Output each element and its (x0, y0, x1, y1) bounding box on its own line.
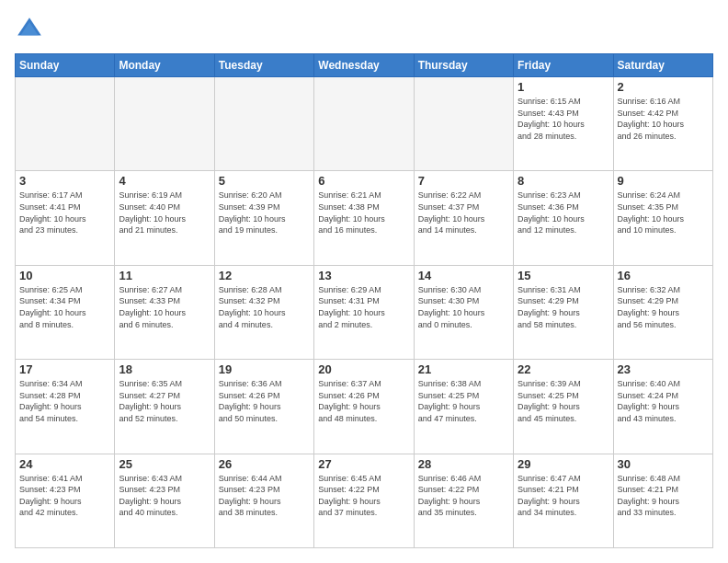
day-number: 18 (119, 362, 210, 376)
day-number: 3 (19, 174, 110, 188)
day-info: Sunrise: 6:22 AM Sunset: 4:37 PM Dayligh… (418, 190, 509, 236)
day-info: Sunrise: 6:46 AM Sunset: 4:22 PM Dayligh… (418, 473, 509, 519)
day-info: Sunrise: 6:45 AM Sunset: 4:22 PM Dayligh… (318, 473, 409, 519)
weekday-header-row: SundayMondayTuesdayWednesdayThursdayFrid… (16, 54, 713, 77)
day-number: 20 (318, 362, 409, 376)
weekday-header-tuesday: Tuesday (214, 54, 313, 77)
day-number: 24 (19, 457, 110, 471)
day-number: 27 (318, 457, 409, 471)
day-info: Sunrise: 6:36 AM Sunset: 4:26 PM Dayligh… (219, 378, 310, 424)
calendar-cell: 22Sunrise: 6:39 AM Sunset: 4:25 PM Dayli… (514, 360, 613, 454)
day-number: 14 (418, 269, 509, 282)
day-number: 22 (518, 362, 609, 376)
calendar-cell: 2Sunrise: 6:16 AM Sunset: 4:42 PM Daylig… (613, 77, 712, 171)
day-info: Sunrise: 6:44 AM Sunset: 4:23 PM Dayligh… (219, 473, 310, 519)
calendar-cell: 8Sunrise: 6:23 AM Sunset: 4:36 PM Daylig… (514, 171, 613, 265)
day-info: Sunrise: 6:35 AM Sunset: 4:27 PM Dayligh… (119, 378, 210, 424)
day-info: Sunrise: 6:31 AM Sunset: 4:29 PM Dayligh… (518, 284, 609, 330)
calendar-cell: 15Sunrise: 6:31 AM Sunset: 4:29 PM Dayli… (514, 265, 613, 359)
day-number: 13 (318, 269, 409, 282)
day-number: 16 (618, 269, 709, 282)
calendar-cell: 7Sunrise: 6:22 AM Sunset: 4:37 PM Daylig… (414, 171, 513, 265)
day-info: Sunrise: 6:39 AM Sunset: 4:25 PM Dayligh… (518, 378, 609, 424)
day-info: Sunrise: 6:30 AM Sunset: 4:30 PM Dayligh… (418, 284, 509, 330)
calendar-cell: 30Sunrise: 6:48 AM Sunset: 4:21 PM Dayli… (613, 454, 712, 547)
day-info: Sunrise: 6:32 AM Sunset: 4:29 PM Dayligh… (618, 284, 709, 330)
calendar-cell: 14Sunrise: 6:30 AM Sunset: 4:30 PM Dayli… (414, 265, 513, 359)
day-info: Sunrise: 6:41 AM Sunset: 4:23 PM Dayligh… (19, 473, 110, 519)
calendar-cell: 28Sunrise: 6:46 AM Sunset: 4:22 PM Dayli… (414, 454, 513, 547)
day-info: Sunrise: 6:24 AM Sunset: 4:35 PM Dayligh… (618, 190, 709, 236)
day-number: 25 (119, 457, 210, 471)
calendar-cell (414, 77, 513, 171)
calendar-cell: 10Sunrise: 6:25 AM Sunset: 4:34 PM Dayli… (16, 265, 115, 359)
day-number: 1 (518, 80, 609, 94)
calendar-cell: 23Sunrise: 6:40 AM Sunset: 4:24 PM Dayli… (613, 360, 712, 454)
calendar-cell: 13Sunrise: 6:29 AM Sunset: 4:31 PM Dayli… (314, 265, 414, 359)
calendar-week-5: 24Sunrise: 6:41 AM Sunset: 4:23 PM Dayli… (16, 454, 713, 547)
day-number: 4 (119, 174, 210, 188)
day-number: 12 (219, 269, 310, 282)
calendar-cell: 11Sunrise: 6:27 AM Sunset: 4:33 PM Dayli… (115, 265, 214, 359)
day-number: 28 (418, 457, 509, 471)
calendar-cell (115, 77, 214, 171)
calendar-week-3: 10Sunrise: 6:25 AM Sunset: 4:34 PM Dayli… (16, 265, 713, 359)
weekday-header-friday: Friday (514, 54, 613, 77)
page: SundayMondayTuesdayWednesdayThursdayFrid… (0, 0, 728, 563)
calendar-cell: 19Sunrise: 6:36 AM Sunset: 4:26 PM Dayli… (214, 360, 313, 454)
day-info: Sunrise: 6:19 AM Sunset: 4:40 PM Dayligh… (119, 190, 210, 236)
calendar-cell (314, 77, 414, 171)
calendar-cell (214, 77, 313, 171)
day-info: Sunrise: 6:16 AM Sunset: 4:42 PM Dayligh… (618, 96, 709, 142)
day-number: 21 (418, 362, 509, 376)
day-info: Sunrise: 6:38 AM Sunset: 4:25 PM Dayligh… (418, 378, 509, 424)
day-number: 19 (219, 362, 310, 376)
day-number: 9 (618, 174, 709, 188)
calendar-cell: 20Sunrise: 6:37 AM Sunset: 4:26 PM Dayli… (314, 360, 414, 454)
calendar-cell: 5Sunrise: 6:20 AM Sunset: 4:39 PM Daylig… (214, 171, 313, 265)
calendar-cell: 17Sunrise: 6:34 AM Sunset: 4:28 PM Dayli… (16, 360, 115, 454)
calendar-cell: 16Sunrise: 6:32 AM Sunset: 4:29 PM Dayli… (613, 265, 712, 359)
weekday-header-sunday: Sunday (16, 54, 115, 77)
header (15, 15, 713, 44)
day-number: 2 (618, 80, 709, 94)
day-info: Sunrise: 6:47 AM Sunset: 4:21 PM Dayligh… (518, 473, 609, 519)
day-info: Sunrise: 6:40 AM Sunset: 4:24 PM Dayligh… (618, 378, 709, 424)
day-info: Sunrise: 6:17 AM Sunset: 4:41 PM Dayligh… (19, 190, 110, 236)
calendar-week-4: 17Sunrise: 6:34 AM Sunset: 4:28 PM Dayli… (16, 360, 713, 454)
day-info: Sunrise: 6:34 AM Sunset: 4:28 PM Dayligh… (19, 378, 110, 424)
weekday-header-saturday: Saturday (613, 54, 712, 77)
calendar-cell: 4Sunrise: 6:19 AM Sunset: 4:40 PM Daylig… (115, 171, 214, 265)
day-number: 5 (219, 174, 310, 188)
weekday-header-thursday: Thursday (414, 54, 513, 77)
calendar-cell: 3Sunrise: 6:17 AM Sunset: 4:41 PM Daylig… (16, 171, 115, 265)
day-number: 8 (518, 174, 609, 188)
day-number: 26 (219, 457, 310, 471)
day-info: Sunrise: 6:28 AM Sunset: 4:32 PM Dayligh… (219, 284, 310, 330)
calendar-cell: 18Sunrise: 6:35 AM Sunset: 4:27 PM Dayli… (115, 360, 214, 454)
calendar-cell: 24Sunrise: 6:41 AM Sunset: 4:23 PM Dayli… (16, 454, 115, 547)
day-info: Sunrise: 6:21 AM Sunset: 4:38 PM Dayligh… (318, 190, 409, 236)
calendar-cell: 21Sunrise: 6:38 AM Sunset: 4:25 PM Dayli… (414, 360, 513, 454)
calendar-cell: 25Sunrise: 6:43 AM Sunset: 4:23 PM Dayli… (115, 454, 214, 547)
calendar-cell (16, 77, 115, 171)
day-number: 30 (618, 457, 709, 471)
day-number: 11 (119, 269, 210, 282)
calendar-cell: 26Sunrise: 6:44 AM Sunset: 4:23 PM Dayli… (214, 454, 313, 547)
day-info: Sunrise: 6:27 AM Sunset: 4:33 PM Dayligh… (119, 284, 210, 330)
day-number: 6 (318, 174, 409, 188)
day-info: Sunrise: 6:15 AM Sunset: 4:43 PM Dayligh… (518, 96, 609, 142)
weekday-header-wednesday: Wednesday (314, 54, 414, 77)
day-info: Sunrise: 6:29 AM Sunset: 4:31 PM Dayligh… (318, 284, 409, 330)
calendar-table: SundayMondayTuesdayWednesdayThursdayFrid… (15, 53, 713, 548)
logo (15, 15, 48, 44)
day-info: Sunrise: 6:25 AM Sunset: 4:34 PM Dayligh… (19, 284, 110, 330)
day-info: Sunrise: 6:48 AM Sunset: 4:21 PM Dayligh… (618, 473, 709, 519)
weekday-header-monday: Monday (115, 54, 214, 77)
calendar-cell: 9Sunrise: 6:24 AM Sunset: 4:35 PM Daylig… (613, 171, 712, 265)
calendar-cell: 1Sunrise: 6:15 AM Sunset: 4:43 PM Daylig… (514, 77, 613, 171)
day-number: 10 (19, 269, 110, 282)
day-number: 7 (418, 174, 509, 188)
calendar-cell: 29Sunrise: 6:47 AM Sunset: 4:21 PM Dayli… (514, 454, 613, 547)
calendar-week-2: 3Sunrise: 6:17 AM Sunset: 4:41 PM Daylig… (16, 171, 713, 265)
